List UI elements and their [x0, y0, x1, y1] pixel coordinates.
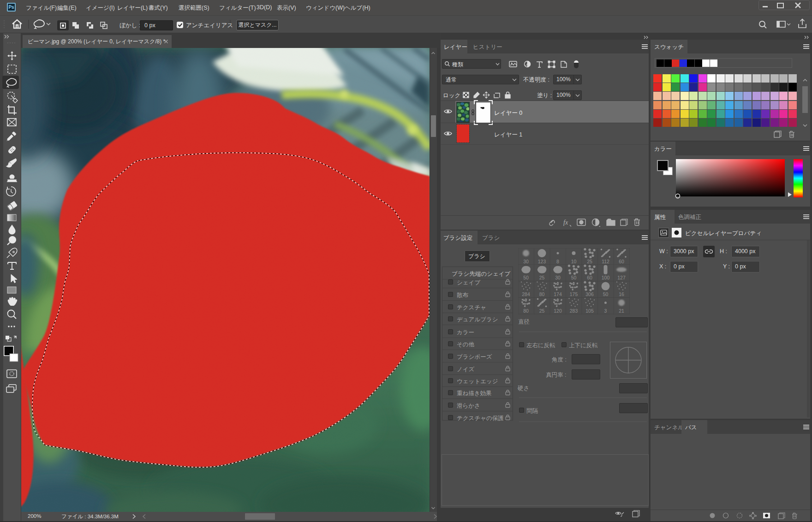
- svg-text:30: 30: [523, 259, 529, 264]
- svg-text:175: 175: [570, 291, 578, 297]
- svg-text:60: 60: [619, 259, 624, 264]
- svg-text:50: 50: [603, 291, 609, 297]
- svg-text:3: 3: [604, 308, 607, 314]
- svg-text:100: 100: [602, 275, 610, 280]
- svg-text:105: 105: [585, 308, 594, 314]
- svg-text:10: 10: [571, 259, 577, 264]
- svg-text:112: 112: [602, 259, 609, 264]
- svg-text:25: 25: [539, 308, 545, 314]
- svg-text:8: 8: [556, 259, 559, 264]
- svg-text:60: 60: [587, 275, 592, 280]
- svg-text:21: 21: [619, 308, 624, 314]
- svg-text:80: 80: [539, 291, 545, 297]
- svg-text:80: 80: [523, 308, 529, 314]
- svg-text:25: 25: [539, 275, 545, 280]
- svg-text:50: 50: [571, 275, 577, 280]
- svg-text:50: 50: [523, 275, 529, 280]
- svg-text:174: 174: [554, 291, 562, 297]
- svg-text:306: 306: [585, 291, 594, 297]
- svg-text:16: 16: [619, 291, 624, 297]
- svg-text:30: 30: [555, 275, 561, 280]
- svg-text:123: 123: [538, 259, 546, 264]
- svg-text:25: 25: [587, 259, 592, 264]
- svg-text:120: 120: [554, 308, 562, 314]
- svg-text:127: 127: [617, 275, 626, 280]
- svg-text:283: 283: [570, 308, 578, 314]
- svg-text:284: 284: [522, 291, 530, 297]
- svg-text:fx: fx: [563, 219, 568, 226]
